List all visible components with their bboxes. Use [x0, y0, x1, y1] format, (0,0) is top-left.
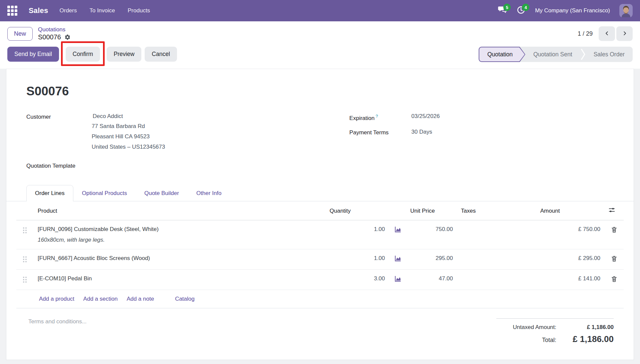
quantity-cell[interactable]: 3.00 — [326, 270, 389, 290]
nav-item-orders[interactable]: Orders — [58, 5, 78, 17]
customer-field[interactable]: Deco Addict — [92, 113, 165, 120]
quotation-template-label: Quotation Template — [26, 162, 92, 169]
apps-grid-icon[interactable] — [6, 4, 19, 17]
messages-count-badge: 5 — [503, 4, 511, 11]
chevron-left-icon — [604, 30, 610, 37]
column-header-unit-price[interactable]: Unit Price — [406, 201, 457, 220]
trash-icon[interactable] — [611, 226, 617, 233]
confirm-button[interactable]: Confirm — [66, 47, 100, 62]
control-panel: New Quotations S00076 1 / 29 — [0, 21, 640, 69]
send-by-email-button[interactable]: Send by Email — [7, 47, 59, 62]
notebook-tabs: Order Lines Optional Products Quote Buil… — [6, 185, 634, 201]
pager-previous-button[interactable] — [599, 26, 615, 41]
pager-next-button[interactable] — [616, 26, 633, 41]
unit-price-cell[interactable]: 47.00 — [406, 270, 457, 290]
customer-label: Customer — [26, 113, 92, 152]
breadcrumb-current-record: S00076 — [38, 33, 61, 41]
add-a-note-link[interactable]: Add a note — [127, 296, 154, 302]
payment-terms-field[interactable]: 30 Days — [411, 129, 432, 136]
app-name[interactable]: Sales — [29, 6, 48, 15]
column-header-amount[interactable]: Amount — [536, 201, 604, 220]
record-pager-count: 1 / 29 — [578, 30, 593, 37]
messages-button[interactable]: 5 — [498, 6, 507, 15]
product-name[interactable]: [FURN_6667] Acoustic Bloc Screens (Wood) — [38, 255, 322, 262]
column-header-product[interactable]: Product — [34, 201, 326, 220]
new-button[interactable]: New — [7, 27, 33, 41]
unit-price-cell[interactable]: 295.00 — [406, 249, 457, 270]
total-label: Total: — [496, 337, 561, 344]
quotation-form-sheet: S00076 Customer Deco Addict 77 Santa Bar… — [6, 69, 634, 360]
drag-handle-icon[interactable] — [23, 256, 27, 262]
tab-other-info[interactable]: Other Info — [188, 185, 230, 201]
quantity-cell[interactable]: 1.00 — [326, 220, 389, 249]
payment-terms-label: Payment Terms — [349, 129, 411, 136]
add-a-product-link[interactable]: Add a product — [39, 296, 74, 302]
breadcrumb: Quotations S00076 — [38, 26, 71, 41]
forecast-chart-icon[interactable] — [394, 275, 401, 282]
customer-address: 77 Santa Barbara Rd Pleasant Hill CA 945… — [92, 121, 165, 152]
cancel-button[interactable]: Cancel — [145, 47, 177, 62]
drag-handle-icon[interactable] — [23, 277, 27, 283]
activities-count-badge: 4 — [522, 4, 529, 11]
taxes-cell[interactable] — [457, 220, 536, 249]
product-name[interactable]: [E-COM10] Pedal Bin — [38, 275, 322, 282]
drag-handle-icon[interactable] — [23, 227, 27, 233]
trash-icon[interactable] — [611, 275, 617, 282]
order-line-row[interactable]: [FURN_6667] Acoustic Bloc Screens (Wood)… — [16, 249, 624, 270]
quantity-cell[interactable]: 1.00 — [326, 249, 389, 270]
expiration-help-icon[interactable]: ? — [376, 114, 378, 119]
status-bar: Quotation Quotation Sent Sales Order — [479, 47, 633, 62]
untaxed-amount-label: Untaxed Amount: — [496, 324, 561, 331]
gear-icon[interactable] — [64, 34, 71, 40]
product-name[interactable]: [FURN_0096] Customizable Desk (Steel, Wh… — [38, 226, 322, 233]
amount-cell: £ 295.00 — [536, 249, 604, 270]
forecast-chart-icon[interactable] — [394, 226, 401, 233]
page-title: S00076 — [26, 84, 614, 98]
untaxed-amount-value: £ 1,186.00 — [561, 324, 614, 331]
user-avatar[interactable] — [619, 4, 633, 17]
preview-button[interactable]: Preview — [107, 47, 141, 62]
order-line-row[interactable]: [FURN_0096] Customizable Desk (Steel, Wh… — [16, 220, 624, 249]
status-step-sales-order[interactable]: Sales Order — [586, 47, 633, 62]
status-step-quotation[interactable]: Quotation — [479, 47, 525, 62]
taxes-cell[interactable] — [457, 249, 536, 270]
catalog-link[interactable]: Catalog — [175, 296, 195, 302]
terms-and-conditions-input[interactable]: Terms and conditions... — [26, 318, 87, 348]
activities-button[interactable]: 4 — [516, 6, 526, 15]
expiration-field[interactable]: 03/25/2026 — [411, 113, 440, 122]
column-header-taxes[interactable]: Taxes — [457, 201, 536, 220]
amount-cell: £ 141.00 — [536, 270, 604, 290]
expiration-label: Expiration? — [349, 113, 411, 122]
tab-optional-products[interactable]: Optional Products — [73, 185, 136, 201]
table-footer-links: Add a product Add a section Add a note C… — [16, 290, 624, 308]
step-separator-icon — [580, 47, 586, 62]
order-line-row[interactable]: [E-COM10] Pedal Bin 3.00 47.00 £ 141.00 — [16, 270, 624, 290]
nav-item-products[interactable]: Products — [126, 5, 151, 17]
taxes-cell[interactable] — [457, 270, 536, 290]
nav-item-to-invoice[interactable]: To Invoice — [88, 5, 116, 17]
column-options-icon[interactable] — [608, 207, 615, 214]
add-a-section-link[interactable]: Add a section — [83, 296, 118, 302]
forecast-chart-icon[interactable] — [394, 255, 401, 262]
order-lines-table: Product Quantity Unit Price Taxes Amount — [16, 201, 624, 290]
unit-price-cell[interactable]: 750.00 — [406, 220, 457, 249]
chevron-right-icon — [622, 30, 628, 37]
status-step-quotation-sent[interactable]: Quotation Sent — [525, 47, 580, 62]
top-navbar: Sales Orders To Invoice Products 5 4 M — [0, 0, 640, 21]
column-header-quantity[interactable]: Quantity — [326, 201, 389, 220]
tab-order-lines[interactable]: Order Lines — [26, 185, 73, 201]
product-description[interactable]: 160x80cm, with large legs. — [38, 237, 322, 243]
breadcrumb-quotations-link[interactable]: Quotations — [38, 26, 71, 33]
tab-quote-builder[interactable]: Quote Builder — [136, 185, 188, 201]
amount-cell: £ 750.00 — [536, 220, 604, 249]
total-value: £ 1,186.00 — [561, 334, 614, 344]
main-content: S00076 Customer Deco Addict 77 Santa Bar… — [0, 69, 640, 364]
company-switcher[interactable]: My Company (San Francisco) — [535, 7, 610, 14]
trash-icon[interactable] — [611, 255, 617, 262]
totals-block: Untaxed Amount: £ 1,186.00 Total: £ 1,18… — [496, 318, 614, 348]
